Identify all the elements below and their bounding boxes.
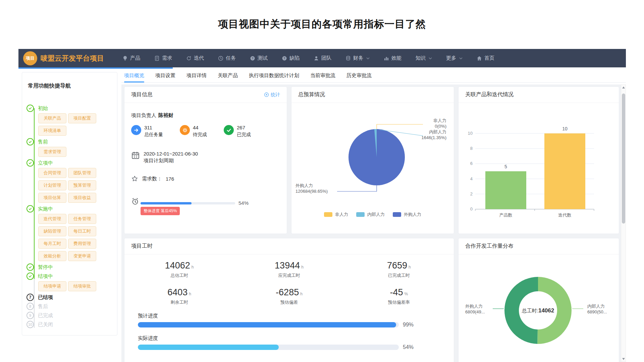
tab-details[interactable]: 项目详情 [186,72,207,82]
bar-产品数 [485,171,526,209]
legend-label: 内部人力 [367,212,385,218]
nav-item-knowledge[interactable]: 知识 [409,49,439,67]
quick-action-button[interactable]: 缺陷管理 [38,226,66,236]
project-owner: 项目负责人陈裕财 [131,112,173,119]
metric-value: 14062h [124,260,234,271]
nav-item-more[interactable]: 更多 [439,49,470,67]
stage-status-icon [26,105,34,112]
tab-history-approval[interactable]: 历史审批流 [346,72,372,82]
donut-center-prefix: 总工时: [522,308,538,313]
quick-action-button[interactable]: 预算管理 [68,180,96,190]
actual-progress-fill [138,345,279,350]
bar-value-label: 5 [504,164,507,169]
expected-progress-fill [138,322,396,327]
statistics-link[interactable]: 统计 [264,92,280,98]
nav-item-finance[interactable]: 财务 [338,49,377,67]
stage-label: 初始 [38,105,48,112]
quick-action-button[interactable]: 项目估算 [38,193,66,203]
sidebar-stage-approval: 立项中 [26,159,114,167]
sidebar-stage-paused: 暂停中 [26,263,114,271]
play-circle-icon [264,92,269,97]
quick-action-button[interactable]: 任务管理 [68,214,96,224]
nav-item-product[interactable]: 产品 [115,49,147,67]
expected-progress-bar [138,322,399,327]
task-stat: 267已完成 [224,125,251,138]
nav-item-task[interactable]: 任务 [211,49,243,67]
legend-item-外购人力[interactable]: 外购人力 [393,212,421,218]
nav-item-test[interactable]: ?测试 [243,49,275,67]
quick-action-button[interactable]: 合同管理 [38,168,66,178]
stat-label: 已完成 [237,132,251,138]
stage-status-icon: 9 [26,312,34,319]
quick-action-button[interactable]: 每日工时 [68,226,96,236]
metric-label: 总估工时 [124,273,234,279]
y-tick-label: 10 [468,131,473,136]
quick-action-button[interactable]: 计划管理 [38,180,66,190]
x-category-label: 迭代数 [558,213,572,218]
stage-status-icon: 7 [26,294,34,301]
vertical-scrollbar[interactable] [621,84,626,362]
tab-current-approval[interactable]: 当前审批流 [310,72,335,82]
metric-cell: 7659h已完成工时 [344,260,454,279]
quick-action-button[interactable]: 效能分析 [38,251,66,261]
stat-value: 44 [193,125,207,130]
quick-action-button[interactable]: 团队管理 [68,168,96,178]
scrollbar-thumb[interactable] [622,94,625,224]
stat-value: 311 [144,125,163,130]
quick-action-button[interactable]: 结项审批 [68,281,96,291]
calendar-icon [131,151,140,160]
quick-action-button[interactable]: 变更申请 [68,251,96,261]
pie-leader-non-labor [377,124,423,129]
quick-action-button[interactable]: 关联产品 [38,113,66,123]
nav-item-requirement[interactable]: 需求 [147,49,179,67]
stage-status-icon [26,138,34,145]
metric-label: 预估偏差 [234,299,344,305]
scrollbar-down-icon[interactable] [622,358,625,360]
sidebar-stage-presale: 售前 [26,138,114,146]
nav-item-efficiency[interactable]: 效能 [377,49,409,67]
legend-item-非人力[interactable]: 非人力 [324,212,348,218]
question-icon: ? [250,56,255,61]
donut-label-line: 内部人力 [587,303,607,309]
question-icon: ? [282,56,287,61]
loop-icon [186,56,192,61]
task-stat: 44待完成 [180,125,207,138]
quick-action-button[interactable]: 迭代管理 [38,214,66,224]
quick-action-button[interactable]: 项目配置 [68,113,96,123]
sidebar-stage-completed: 9已完成 [26,311,114,319]
page-title: 项目视图中关于项目的各项常用指标一目了然 [0,17,644,31]
tab-settings[interactable]: 项目设置 [155,72,175,82]
bulb-icon [122,56,128,61]
nav-item-team[interactable]: 团队 [307,49,338,67]
donut-center-label: 总工时:14062 [504,307,572,314]
y-tick-label: 0 [470,206,473,212]
quick-action-button[interactable]: 环境清单 [38,126,66,136]
legend-swatch [324,212,332,217]
tab-overview[interactable]: 项目概览 [124,72,144,82]
dashboard-page: 项目视图中关于项目的各项常用指标一目了然 项目 唛盟云开发平台项目 产品需求迭代… [0,0,644,362]
metric-unit: % [405,292,408,296]
quick-action-button[interactable]: 每月工时 [38,239,66,249]
stage-actions: 需求管理 [38,147,114,157]
task-stats-row: 311总任务量44待完成267已完成 [131,125,251,138]
overall-progress-bar [141,202,235,204]
tab-related-products[interactable]: 关联产品 [218,72,238,82]
tab-data-stat-plan[interactable]: 执行项目数据统计计划 [249,72,299,82]
stage-status-icon: 8 [26,303,34,310]
nav-item-defect[interactable]: ?缺陷 [275,49,307,67]
owner-name: 陈裕财 [158,112,173,118]
project-logo-badge[interactable]: 项目 [23,51,37,65]
quick-action-button[interactable]: 项目收益 [68,193,96,203]
sidebar-stage-implementing: 实施中 [26,205,114,213]
quick-action-button[interactable]: 需求管理 [38,147,66,157]
stage-label: 已完成 [38,312,53,319]
quick-action-button[interactable]: 结项申请 [38,281,66,291]
nav-item-home[interactable]: 首页 [470,49,501,67]
legend-label: 非人力 [335,212,348,218]
legend-item-内部人力[interactable]: 内部人力 [356,212,385,218]
sidebar-stage-concluded: 7已结项 [26,293,114,301]
quick-action-button[interactable]: 费用管理 [68,239,96,249]
nav-item-iteration[interactable]: 迭代 [179,49,211,67]
cooperation-card: 合作开发工作量分布 外购人力6809(49... 内部人力6890(50... … [458,238,619,362]
scrollbar-up-icon[interactable] [622,86,625,88]
